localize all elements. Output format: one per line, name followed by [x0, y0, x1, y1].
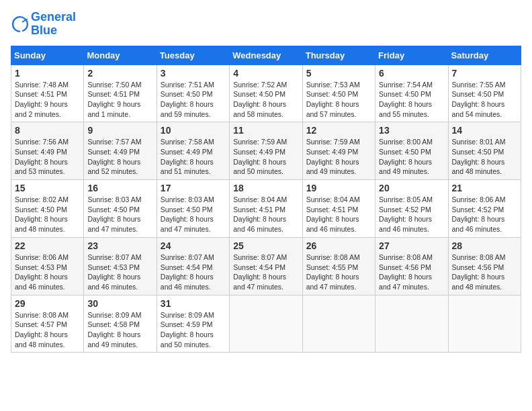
day-info: Sunrise: 8:03 AMSunset: 4:50 PMDaylight:… [161, 195, 226, 234]
day-info: Sunrise: 7:57 AMSunset: 4:49 PMDaylight:… [87, 137, 152, 177]
calendar-cell: 3Sunrise: 7:51 AMSunset: 4:50 PMDaylight… [157, 64, 229, 122]
day-number: 28 [452, 240, 517, 251]
calendar-cell: 23Sunrise: 8:07 AMSunset: 4:53 PMDayligh… [84, 237, 157, 295]
day-number: 20 [379, 183, 444, 193]
day-info: Sunrise: 8:01 AMSunset: 4:50 PMDaylight:… [452, 137, 517, 177]
day-number: 11 [233, 125, 298, 136]
calendar-cell: 27Sunrise: 8:08 AMSunset: 4:56 PMDayligh… [375, 237, 448, 295]
day-number: 6 [379, 68, 444, 79]
day-info: Sunrise: 8:03 AMSunset: 4:50 PMDaylight:… [87, 195, 152, 234]
day-info: Sunrise: 8:08 AMSunset: 4:56 PMDaylight:… [452, 253, 517, 292]
day-number: 7 [452, 68, 517, 79]
day-number: 14 [452, 125, 517, 136]
calendar-cell: 22Sunrise: 8:06 AMSunset: 4:53 PMDayligh… [11, 237, 84, 295]
day-number: 18 [233, 183, 298, 193]
day-info: Sunrise: 7:50 AMSunset: 4:51 PMDaylight:… [87, 80, 152, 120]
day-number: 24 [161, 240, 226, 251]
calendar-cell: 11Sunrise: 7:59 AMSunset: 4:49 PMDayligh… [230, 122, 302, 180]
calendar-cell: 2Sunrise: 7:50 AMSunset: 4:51 PMDaylight… [84, 64, 157, 122]
calendar-table: SundayMondayTuesdayWednesdayThursdayFrid… [11, 46, 521, 353]
day-number: 16 [87, 183, 152, 193]
calendar-cell: 18Sunrise: 8:04 AMSunset: 4:51 PMDayligh… [230, 180, 302, 238]
day-info: Sunrise: 7:52 AMSunset: 4:50 PMDaylight:… [233, 80, 298, 120]
day-number: 5 [306, 68, 371, 79]
day-number: 4 [233, 68, 298, 79]
calendar-header-saturday: Saturday [448, 46, 521, 64]
calendar-cell: 15Sunrise: 8:02 AMSunset: 4:50 PMDayligh… [11, 180, 84, 238]
calendar-header-monday: Monday [84, 46, 157, 64]
calendar-cell: 6Sunrise: 7:54 AMSunset: 4:50 PMDaylight… [375, 64, 448, 122]
calendar-cell: 4Sunrise: 7:52 AMSunset: 4:50 PMDaylight… [230, 64, 302, 122]
calendar-cell: 16Sunrise: 8:03 AMSunset: 4:50 PMDayligh… [84, 180, 157, 238]
calendar-week-row: 29Sunrise: 8:08 AMSunset: 4:57 PMDayligh… [11, 295, 521, 353]
calendar-cell [230, 295, 302, 353]
logo-icon [11, 15, 30, 34]
calendar-cell: 14Sunrise: 8:01 AMSunset: 4:50 PMDayligh… [448, 122, 521, 180]
calendar-cell: 19Sunrise: 8:04 AMSunset: 4:51 PMDayligh… [302, 180, 375, 238]
day-number: 29 [15, 298, 80, 309]
calendar-cell [375, 295, 448, 353]
calendar-cell: 10Sunrise: 7:58 AMSunset: 4:49 PMDayligh… [157, 122, 229, 180]
calendar-cell: 5Sunrise: 7:53 AMSunset: 4:50 PMDaylight… [302, 64, 375, 122]
day-info: Sunrise: 8:02 AMSunset: 4:50 PMDaylight:… [15, 195, 80, 234]
day-number: 2 [87, 68, 152, 79]
calendar-cell: 13Sunrise: 8:00 AMSunset: 4:50 PMDayligh… [375, 122, 448, 180]
day-number: 15 [15, 183, 80, 193]
day-number: 25 [233, 240, 298, 251]
calendar-week-row: 8Sunrise: 7:56 AMSunset: 4:49 PMDaylight… [11, 122, 521, 180]
day-number: 19 [306, 183, 371, 193]
day-info: Sunrise: 8:09 AMSunset: 4:59 PMDaylight:… [161, 310, 226, 350]
logo: General Blue [11, 11, 76, 38]
calendar-cell: 20Sunrise: 8:05 AMSunset: 4:52 PMDayligh… [375, 180, 448, 238]
day-info: Sunrise: 8:05 AMSunset: 4:52 PMDaylight:… [379, 195, 444, 234]
day-number: 12 [306, 125, 371, 136]
day-info: Sunrise: 7:56 AMSunset: 4:49 PMDaylight:… [15, 137, 80, 177]
calendar-cell: 1Sunrise: 7:48 AMSunset: 4:51 PMDaylight… [11, 64, 84, 122]
day-number: 3 [161, 68, 226, 79]
day-info: Sunrise: 7:54 AMSunset: 4:50 PMDaylight:… [379, 80, 444, 120]
calendar-week-row: 15Sunrise: 8:02 AMSunset: 4:50 PMDayligh… [11, 180, 521, 238]
day-number: 31 [161, 298, 226, 309]
day-info: Sunrise: 8:04 AMSunset: 4:51 PMDaylight:… [233, 195, 298, 234]
calendar-header-sunday: Sunday [11, 46, 84, 64]
day-info: Sunrise: 8:08 AMSunset: 4:55 PMDaylight:… [306, 253, 371, 292]
day-info: Sunrise: 8:06 AMSunset: 4:53 PMDaylight:… [15, 253, 80, 292]
day-info: Sunrise: 8:06 AMSunset: 4:52 PMDaylight:… [452, 195, 517, 234]
calendar-week-row: 22Sunrise: 8:06 AMSunset: 4:53 PMDayligh… [11, 237, 521, 295]
day-info: Sunrise: 7:53 AMSunset: 4:50 PMDaylight:… [306, 80, 371, 120]
day-info: Sunrise: 8:07 AMSunset: 4:53 PMDaylight:… [87, 253, 152, 292]
day-info: Sunrise: 8:07 AMSunset: 4:54 PMDaylight:… [161, 253, 226, 292]
calendar-header-wednesday: Wednesday [230, 46, 302, 64]
calendar-header-tuesday: Tuesday [157, 46, 229, 64]
day-number: 30 [87, 298, 152, 309]
logo-text: General Blue [31, 11, 76, 38]
calendar-cell: 31Sunrise: 8:09 AMSunset: 4:59 PMDayligh… [157, 295, 229, 353]
day-number: 21 [452, 183, 517, 193]
calendar-cell: 30Sunrise: 8:09 AMSunset: 4:58 PMDayligh… [84, 295, 157, 353]
calendar-cell: 8Sunrise: 7:56 AMSunset: 4:49 PMDaylight… [11, 122, 84, 180]
calendar-cell: 12Sunrise: 7:59 AMSunset: 4:49 PMDayligh… [302, 122, 375, 180]
calendar-cell: 21Sunrise: 8:06 AMSunset: 4:52 PMDayligh… [448, 180, 521, 238]
day-info: Sunrise: 7:58 AMSunset: 4:49 PMDaylight:… [161, 137, 226, 177]
calendar-header-row: SundayMondayTuesdayWednesdayThursdayFrid… [11, 46, 521, 64]
day-number: 27 [379, 240, 444, 251]
day-info: Sunrise: 8:08 AMSunset: 4:57 PMDaylight:… [15, 310, 80, 350]
calendar-cell [448, 295, 521, 353]
calendar-cell: 28Sunrise: 8:08 AMSunset: 4:56 PMDayligh… [448, 237, 521, 295]
day-info: Sunrise: 7:59 AMSunset: 4:49 PMDaylight:… [233, 137, 298, 177]
day-info: Sunrise: 8:08 AMSunset: 4:56 PMDaylight:… [379, 253, 444, 292]
day-number: 9 [87, 125, 152, 136]
day-info: Sunrise: 7:59 AMSunset: 4:49 PMDaylight:… [306, 137, 371, 177]
day-number: 22 [15, 240, 80, 251]
calendar-week-row: 1Sunrise: 7:48 AMSunset: 4:51 PMDaylight… [11, 64, 521, 122]
day-number: 10 [161, 125, 226, 136]
day-info: Sunrise: 7:51 AMSunset: 4:50 PMDaylight:… [161, 80, 226, 120]
calendar-cell [302, 295, 375, 353]
day-info: Sunrise: 8:00 AMSunset: 4:50 PMDaylight:… [379, 137, 444, 177]
calendar-cell: 17Sunrise: 8:03 AMSunset: 4:50 PMDayligh… [157, 180, 229, 238]
day-info: Sunrise: 8:07 AMSunset: 4:54 PMDaylight:… [233, 253, 298, 292]
day-number: 17 [161, 183, 226, 193]
day-number: 23 [87, 240, 152, 251]
day-info: Sunrise: 7:48 AMSunset: 4:51 PMDaylight:… [15, 80, 80, 120]
calendar-header-thursday: Thursday [302, 46, 375, 64]
